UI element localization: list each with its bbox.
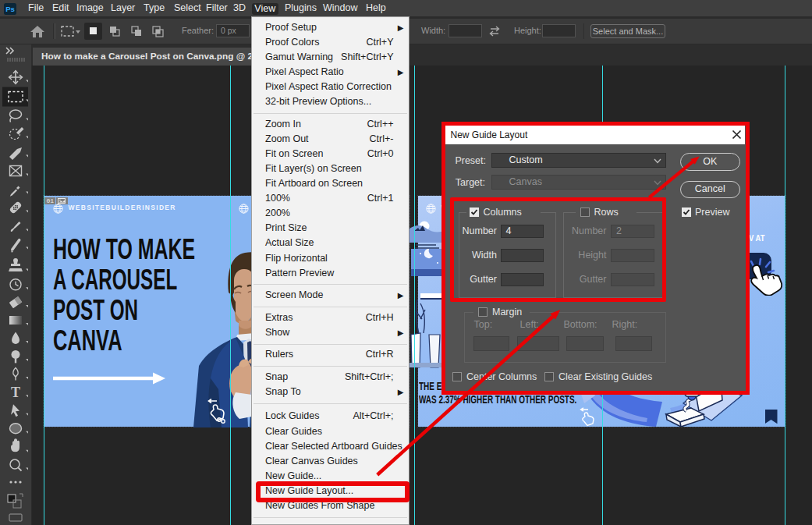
svg-text:T: T: [11, 385, 20, 400]
